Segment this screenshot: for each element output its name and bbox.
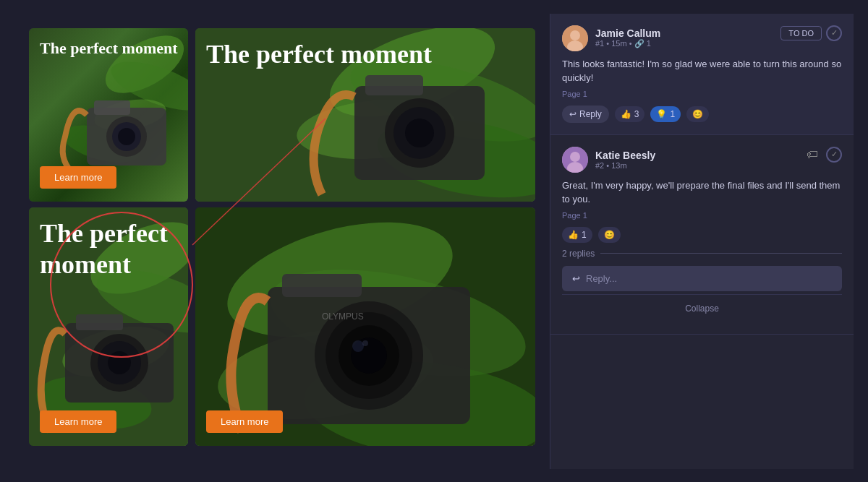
lightbulb-count-1: 1: [670, 109, 675, 119]
like-icon-1: 👍: [621, 109, 631, 119]
comment-actions-icons: 🏷 ✓: [804, 147, 842, 163]
comment-meta-2: #2 • 13m: [595, 161, 655, 170]
replies-section: 2 replies ↩ Reply...: [562, 249, 842, 291]
learn-more-btn-1[interactable]: Learn more: [40, 166, 116, 189]
smile-icon-2: 😊: [604, 230, 615, 240]
comment-time-2: 13m: [611, 161, 626, 170]
svg-point-49: [570, 152, 580, 162]
left-panel: The perfect moment Learn more: [14, 14, 550, 469]
like-count-1: 3: [634, 109, 639, 119]
tag-glyph: 🏷: [807, 148, 818, 161]
top-row: The perfect moment Learn more: [29, 28, 535, 202]
design-card-2: The perfect moment: [195, 28, 535, 202]
check-circle-2[interactable]: ✓: [826, 147, 842, 163]
username-katie: Katie Beesly: [595, 150, 655, 161]
comment-page-1: Page 1: [562, 90, 842, 98]
check-icon-2: ✓: [831, 150, 838, 159]
reply-icon-1: ↩: [569, 109, 576, 119]
smile-reaction-2[interactable]: 😊: [598, 227, 621, 243]
collapse-bar[interactable]: Collapse: [562, 294, 842, 322]
comment-user-info-1: Jamie Callum #1 • 15m • 🔗 1: [562, 25, 660, 51]
lightbulb-icon-1: 💡: [656, 109, 667, 119]
comment-user-details-1: Jamie Callum #1 • 15m • 🔗 1: [595, 27, 660, 48]
design-card-3: The perfect moment Learn more: [29, 207, 188, 446]
card-text-1: The perfect moment: [40, 39, 178, 58]
design-card-4: OLYMPUS Learn more: [195, 207, 535, 446]
todo-label[interactable]: TO DO: [780, 26, 822, 40]
card-title-1: The perfect moment: [40, 39, 178, 58]
reply-input-icon: ↩: [572, 273, 580, 284]
learn-more-btn-3[interactable]: Learn more: [40, 410, 116, 433]
reply-input-placeholder: Reply...: [586, 273, 617, 284]
reply-input-area[interactable]: ↩ Reply...: [562, 266, 842, 291]
like-reaction-2[interactable]: 👍 1: [562, 227, 592, 243]
card-text-2: The perfect moment: [206, 39, 432, 70]
comment-header-2: Katie Beesly #2 • 13m 🏷 ✓: [562, 147, 842, 173]
svg-point-41: [362, 340, 368, 346]
comment-user-details-2: Katie Beesly #2 • 13m: [595, 150, 655, 170]
comment-body-2: Great, I'm very happy, we'll prepare the…: [562, 178, 842, 207]
right-panel: Jamie Callum #1 • 15m • 🔗 1 TO DO ✓: [550, 14, 854, 469]
comment-number-2: #2: [595, 161, 604, 170]
svg-point-40: [352, 340, 364, 352]
like-count-2: 1: [582, 230, 587, 240]
avatar-jamie: [562, 25, 588, 51]
like-reaction-1[interactable]: 👍 3: [615, 106, 645, 122]
comment-time-1: 15m: [611, 39, 626, 48]
avatar-img-katie: [562, 147, 588, 173]
comment-attachments-1: 1: [647, 39, 651, 48]
svg-point-8: [118, 128, 135, 145]
comment-user-info-2: Katie Beesly #2 • 13m: [562, 147, 655, 173]
svg-rect-15: [365, 75, 423, 95]
comment-actions-1: ↩ Reply 👍 3 💡 1 😊: [562, 106, 842, 123]
comment-card-2: Katie Beesly #2 • 13m 🏷 ✓: [550, 135, 854, 335]
main-container: The perfect moment Learn more: [14, 14, 854, 469]
comment-number-1: #1: [595, 39, 604, 48]
tag-icon-2[interactable]: 🏷: [804, 147, 820, 163]
svg-rect-25: [76, 314, 123, 330]
username-jamie: Jamie Callum: [595, 27, 660, 39]
replies-count: 2 replies: [562, 249, 842, 259]
comment-meta-1: #1 • 15m • 🔗 1: [595, 39, 660, 48]
todo-badge: TO DO ✓: [780, 25, 842, 41]
card-title-2: The perfect moment: [206, 39, 432, 70]
lightbulb-reaction-1[interactable]: 💡 1: [650, 106, 681, 122]
bottom-row: The perfect moment Learn more: [29, 207, 535, 446]
comment-header-1: Jamie Callum #1 • 15m • 🔗 1 TO DO ✓: [562, 25, 842, 51]
check-circle-1[interactable]: ✓: [826, 25, 842, 41]
learn-more-btn-4[interactable]: Learn more: [206, 410, 283, 433]
smile-reaction-1[interactable]: 😊: [686, 106, 709, 122]
comment-page-2: Page 1: [562, 211, 842, 220]
svg-text:OLYMPUS: OLYMPUS: [322, 311, 364, 322]
card-text-3: The perfect moment: [40, 218, 188, 280]
card-title-3: The perfect moment: [40, 218, 188, 280]
reply-label-1: Reply: [579, 109, 602, 119]
svg-rect-5: [94, 100, 130, 115]
reply-button-1[interactable]: ↩ Reply: [562, 106, 609, 123]
avatar-img-jamie: [562, 25, 588, 51]
svg-point-18: [405, 119, 434, 147]
svg-rect-35: [282, 274, 362, 297]
svg-point-46: [570, 30, 580, 40]
comment-actions-2: 👍 1 😊: [562, 227, 842, 243]
smile-icon-1: 😊: [692, 109, 703, 119]
comment-body-1: This looks fantastic! I'm so glad we wer…: [562, 57, 842, 85]
avatar-katie: [562, 147, 588, 173]
like-icon-2: 👍: [568, 230, 579, 240]
comment-card-1: Jamie Callum #1 • 15m • 🔗 1 TO DO ✓: [550, 14, 854, 135]
check-icon: ✓: [831, 28, 838, 38]
design-card-1: The perfect moment Learn more: [29, 28, 188, 202]
svg-point-28: [108, 351, 131, 374]
